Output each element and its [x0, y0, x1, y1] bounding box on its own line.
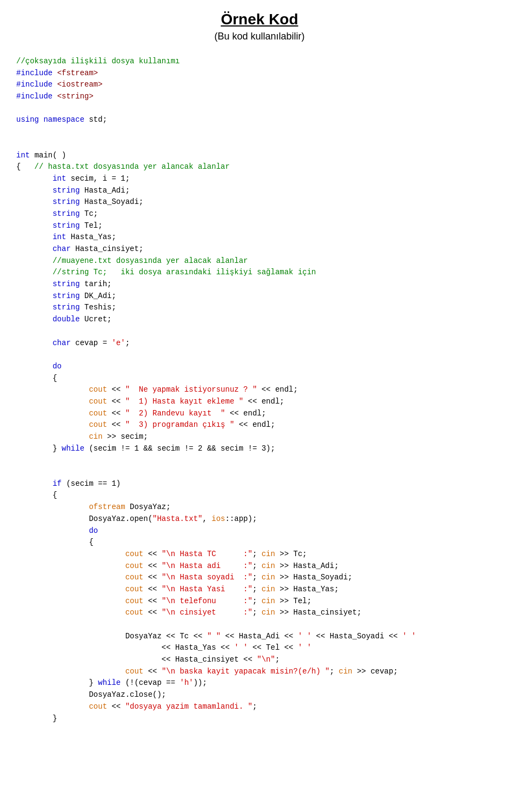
page-title: Örnek Kod: [16, 11, 503, 28]
include-fstream: #include: [16, 69, 52, 77]
str-space2: ' ': [298, 632, 311, 641]
cin-5: cin: [262, 585, 275, 593]
comment-4: //string Tc; iki dosya arasındaki ilişki…: [52, 268, 316, 276]
cout-7: cout: [125, 573, 144, 582]
ios-kw: ios: [211, 514, 225, 523]
do-kw2: do: [89, 526, 98, 535]
str-space3: ' ': [402, 632, 416, 641]
str-9: "\n telefonu :": [162, 597, 252, 605]
str-8: "\n Hasta Yasi :": [162, 585, 252, 593]
str-12: "dosyaya yazim tamamlandi. ": [125, 702, 252, 711]
str-space1: " ": [207, 632, 221, 641]
str-filename: "Hasta.txt": [152, 514, 202, 523]
str-1: " Ne yapmak istiyorsunuz ? ": [125, 385, 257, 394]
cout-1: cout: [89, 385, 107, 394]
include-string-file: <string>: [57, 92, 94, 101]
str-space4: ' ': [234, 643, 248, 652]
title-text: Örnek Kod: [16, 11, 503, 28]
while-kw2: while: [98, 678, 121, 687]
str-3: " 2) Randevu kayıt ": [125, 409, 225, 418]
str-newline: "\n": [257, 655, 275, 664]
cout-4: cout: [89, 420, 107, 429]
cout-2: cout: [89, 397, 107, 406]
string-kw3: string: [52, 209, 79, 218]
include-fstream-file: <fstream>: [57, 69, 98, 77]
cout-10: cout: [125, 608, 144, 617]
str-2: " 1) Hasta kayıt ekleme ": [125, 397, 243, 406]
char-literal-h: 'h': [179, 678, 193, 687]
if-kw: if: [52, 479, 62, 488]
str-11: "\n baska kayit yapacak misin?(e/h) ": [162, 667, 330, 676]
cin-6: cin: [262, 597, 275, 605]
str-6: "\n Hasta adi :": [162, 562, 252, 570]
str-10: "\n cinsiyet :": [162, 608, 252, 617]
char-kw1: char: [52, 245, 71, 253]
string-kw6: string: [52, 292, 79, 300]
cout-12: cout: [89, 702, 107, 711]
double-kw: double: [52, 315, 79, 324]
comment-3: //muayene.txt dosyasında yer alacak alan…: [52, 256, 248, 265]
str-space5: ' ': [298, 643, 311, 652]
string-kw5: string: [52, 280, 79, 288]
string-kw1: string: [52, 186, 79, 195]
cout-8: cout: [125, 585, 144, 593]
comment-2: // hasta.txt dosyasında yer alancak alan…: [35, 162, 230, 171]
cin-3: cin: [262, 562, 275, 570]
string-kw2: string: [52, 197, 79, 206]
using-kw: using: [16, 115, 39, 124]
str-5: "\n Hasta TC :": [162, 550, 252, 558]
include-string: #include: [16, 92, 52, 101]
comment-1: //çoksayıda ilişkili dosya kullanımı: [16, 57, 179, 65]
cin-1: cin: [89, 432, 102, 441]
int-kw3: int: [52, 233, 66, 241]
do-kw: do: [52, 362, 62, 371]
string-kw7: string: [52, 303, 79, 312]
page-subtitle: (Bu kod kullanılabilir): [16, 31, 503, 42]
while-kw1: while: [62, 444, 84, 453]
include-iostream: #include: [16, 80, 52, 89]
cout-6: cout: [125, 562, 144, 570]
char-literal-e: 'e': [111, 339, 125, 347]
cin-4: cin: [262, 573, 275, 582]
cin-8: cin: [339, 667, 352, 676]
cout-5: cout: [125, 550, 144, 558]
subtitle-text: (Bu kod kullanılabilir): [214, 31, 304, 42]
cout-9: cout: [125, 597, 144, 605]
cout-11: cout: [125, 667, 144, 676]
str-7: "\n Hasta soyadi :": [162, 573, 252, 582]
ofstream-kw: ofstream: [89, 503, 125, 511]
cin-2: cin: [262, 550, 275, 558]
namespace-kw: namespace: [43, 115, 84, 124]
string-kw4: string: [52, 221, 79, 230]
cout-3: cout: [89, 409, 107, 418]
cin-7: cin: [262, 608, 275, 617]
code-block: //çoksayıda ilişkili dosya kullanımı #in…: [16, 56, 503, 724]
str-4: " 3) programdan çıkış ": [125, 420, 235, 429]
int-kw: int: [16, 151, 30, 160]
int-kw2: int: [52, 174, 66, 183]
char-kw2: char: [52, 339, 71, 347]
include-iostream-file: <iostream>: [57, 80, 103, 89]
